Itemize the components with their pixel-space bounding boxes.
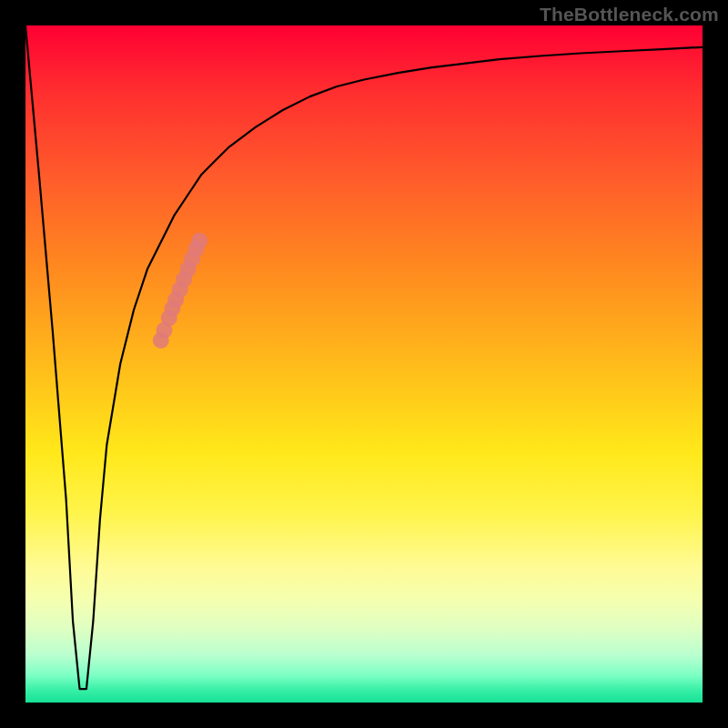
- bottleneck-curve: [25, 25, 703, 689]
- chart-svg: [25, 25, 703, 703]
- plot-area: [25, 25, 703, 703]
- watermark-label: TheBottleneck.com: [540, 4, 719, 25]
- chart-frame: TheBottleneck.com: [0, 0, 728, 728]
- highlight-marker: [191, 233, 207, 249]
